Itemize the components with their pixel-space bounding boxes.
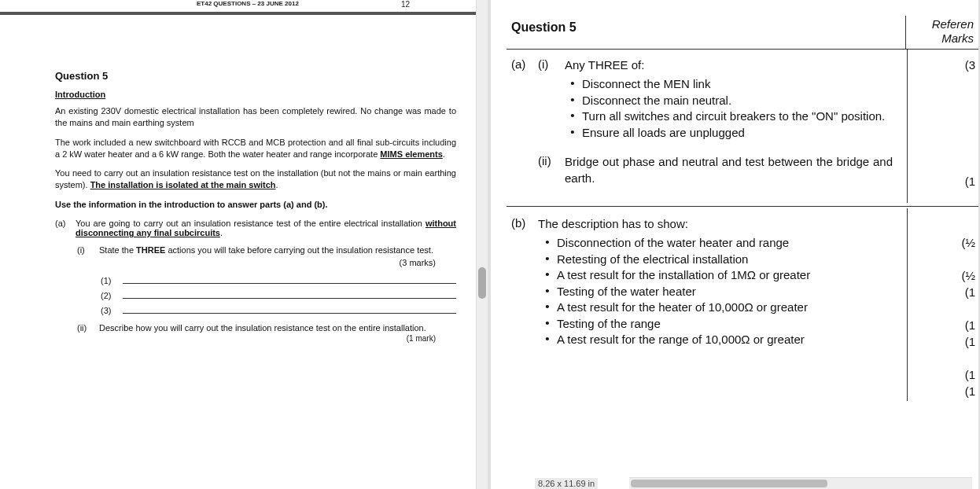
ans-i-bullets: •Disconnect the MEN link •Disconnect the… — [563, 76, 901, 140]
bullet-text: Testing of the range — [557, 316, 901, 332]
mark-b-2: (1 — [912, 285, 975, 300]
a-i-c: actions you will take before carrying ou… — [165, 245, 433, 255]
a-text-c: . — [220, 228, 223, 237]
part-a: (a) You are going to carry out an insula… — [55, 219, 456, 237]
bullet-icon: • — [538, 235, 557, 251]
blank-rule[interactable] — [123, 275, 456, 284]
mark-a-ii: (1 — [912, 174, 975, 189]
a-i-three: THREE — [136, 245, 165, 255]
blank-line-2: (2) — [101, 290, 456, 300]
mark-a-i: (3 — [912, 57, 975, 73]
doc-header-text: ET42 QUESTIONS – 23 JUNE 2012 — [0, 0, 488, 9]
a-i-label: (i) — [77, 245, 99, 255]
bullet-item: •Testing of the range — [538, 316, 901, 332]
bullet-item: •Disconnect the MEN link — [563, 76, 901, 92]
a-ii-label: (ii) — [77, 323, 99, 333]
bullet-text: Testing of the water heater — [557, 284, 901, 300]
bullet-text: Turn all switches and circuit breakers t… — [582, 108, 901, 124]
ans-b-bullets: •Disconnection of the water heater and r… — [538, 235, 901, 347]
bullet-item: •Testing of the water heater — [538, 284, 901, 300]
blank-line-1: (1) — [101, 275, 456, 285]
ans-a-blank — [511, 154, 538, 186]
hdr-marks: Marks — [911, 31, 974, 46]
left-content: Question 5 Introduction An existing 230V… — [0, 70, 488, 351]
ans-ii-label: (ii) — [538, 154, 565, 186]
part-a-body: You are going to carry out an insulation… — [76, 219, 456, 237]
a-text-a: You are going to carry out an insulation… — [76, 219, 426, 228]
bullet-icon: • — [538, 300, 557, 315]
bullet-text: Retesting of the electrical installation — [557, 252, 901, 267]
horizontal-scrollbar[interactable] — [629, 477, 972, 489]
app-window: ET42 QUESTIONS – 23 JUNE 2012 12 Questio… — [0, 0, 980, 489]
bullet-item: •Turn all switches and circuit breakers … — [563, 108, 901, 124]
intro-heading: Introduction — [55, 90, 105, 99]
answer-a-i-main: (a) (i) Any THREE of: •Disconnect the ME… — [507, 50, 908, 203]
intro-para-3: You need to carry out an insulation resi… — [55, 167, 456, 191]
left-document-pane: ET42 QUESTIONS – 23 JUNE 2012 12 Questio… — [0, 0, 488, 489]
blank-rule[interactable] — [123, 305, 456, 314]
question-title: Question 5 — [55, 70, 456, 82]
bullet-icon: • — [538, 252, 557, 267]
bullet-item: •A test result for the heater of 10,000Ω… — [538, 300, 901, 315]
p2-mims: MIMS elements — [380, 149, 442, 159]
answer-a-marks-col: (3 (1 — [908, 50, 978, 203]
bullet-text: Disconnection of the water heater and ra… — [557, 235, 901, 251]
bullet-icon: • — [563, 93, 582, 108]
right-document-pane: Question 5 Referen Marks (a) (i) Any THR… — [491, 0, 978, 489]
blank-rule[interactable] — [123, 290, 456, 299]
a-i-marks: (3 marks) — [55, 258, 436, 267]
ans-ii-text: Bridge out phase and neutral and test be… — [565, 154, 901, 186]
bullet-icon: • — [563, 108, 582, 124]
answer-a-i-row: (a) (i) Any THREE of: •Disconnect the ME… — [507, 50, 978, 203]
left-vertical-scrollbar[interactable] — [476, 0, 488, 489]
mark-b-0: (½ — [912, 235, 975, 251]
p3-c: . — [276, 180, 278, 189]
bullet-text: A test result for the installation of 1M… — [557, 267, 901, 283]
a-i-a: State the — [99, 245, 136, 255]
bullet-item: •A test result for the installation of 1… — [538, 267, 901, 283]
hdr-referen: Referen — [911, 17, 974, 31]
scrollbar-thumb[interactable] — [478, 267, 486, 299]
ans-i-label: (i) — [538, 57, 565, 73]
intro-para-2: The work included a new switchboard with… — [55, 137, 456, 160]
bullet-item: •A test result for the range of 10,000Ω … — [538, 332, 901, 347]
bullet-icon: • — [563, 76, 582, 92]
a-ii-marks: (1 mark) — [55, 334, 436, 343]
intro-para-1: An existing 230V domestic electrical ins… — [55, 105, 456, 129]
bullet-icon: • — [538, 284, 557, 300]
bullet-icon: • — [563, 125, 582, 141]
answer-b-row: (b) The description has to show: •Discon… — [507, 208, 978, 401]
intro-para-4: Use the information in the introduction … — [55, 199, 456, 211]
bullet-text: A test result for the range of 10,000Ω o… — [557, 332, 901, 347]
answer-question-title: Question 5 — [507, 16, 906, 49]
bullet-text: A test result for the heater of 10,000Ω … — [557, 300, 901, 315]
ans-b-lead: The description has to show: — [538, 216, 901, 232]
blank-line-3: (3) — [101, 305, 456, 315]
mark-b-3: (1 — [912, 318, 975, 333]
hscroll-thumb[interactable] — [631, 480, 827, 487]
bullet-item: •Disconnection of the water heater and r… — [538, 235, 901, 251]
bullet-text: Disconnect the MEN link — [582, 76, 901, 92]
answer-blanks: (1) (2) (3) — [101, 275, 456, 315]
answer-header-row: Question 5 Referen Marks — [507, 16, 978, 50]
blank-1-num: (1) — [101, 276, 123, 285]
bullet-icon: • — [538, 332, 557, 347]
answer-b-marks-col: (½ (½ (1 (1 (1 (1 (1 — [908, 208, 978, 401]
status-dimensions: 8.26 x 11.69 in — [535, 478, 598, 489]
bullet-item: •Retesting of the electrical installatio… — [538, 252, 901, 267]
ans-b-label: (b) — [511, 216, 538, 232]
page-number: 12 — [401, 0, 410, 9]
bullet-icon: • — [538, 316, 557, 332]
part-a-label: (a) — [55, 219, 76, 237]
mark-b-4: (1 — [912, 334, 975, 350]
right-content: Question 5 Referen Marks (a) (i) Any THR… — [491, 0, 978, 401]
a-i-body: State the THREE actions you will take be… — [99, 245, 456, 255]
mark-b-1: (½ — [912, 268, 975, 284]
bullet-item: •Disconnect the main neutral. — [563, 93, 901, 108]
part-a-ii: (ii) Describe how you will carry out the… — [77, 323, 456, 333]
marks-column-header: Referen Marks — [906, 16, 978, 49]
part-a-i: (i) State the THREE actions you will tak… — [77, 245, 456, 255]
a-ii-body: Describe how you will carry out the insu… — [99, 323, 456, 333]
ans-a-label: (a) — [511, 57, 538, 73]
p3-u: The installation is isolated at the main… — [90, 180, 276, 189]
